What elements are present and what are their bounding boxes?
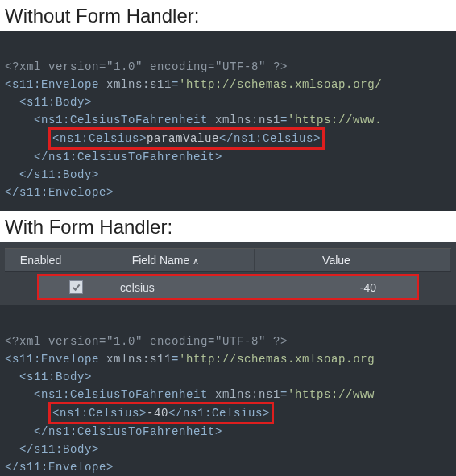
envelope-attr-val: 'http://schemas.xmlsoap.org	[179, 353, 375, 366]
operation-attr-name: xmlns:ns1	[215, 114, 280, 126]
param-value-text: -40	[147, 407, 168, 420]
sort-ascending-icon: ∧	[193, 256, 199, 267]
xml-with-block: <?xml version="1.0" encoding="UTF-8" ?> …	[0, 305, 456, 476]
body-close: </s11:Body>	[19, 443, 99, 456]
body-open: <s11:Body>	[19, 96, 92, 109]
xml-without-block: <?xml version="1.0" encoding="UTF-8" ?> …	[0, 31, 456, 211]
highlight-box-param: <ns1:Celsius>-40</ns1:Celsius>	[48, 402, 274, 424]
xml-prolog: <?xml version="1.0" encoding="UTF-8" ?>	[5, 335, 288, 348]
cell-value[interactable]: -40	[289, 277, 417, 298]
envelope-open: <s11:Envelope	[5, 353, 106, 366]
operation-open: <ns1:CelsiusToFahrenheit	[34, 388, 215, 401]
envelope-attr-val: 'http://schemas.xmlsoap.org/	[179, 78, 382, 91]
heading-with: With Form Handler:	[0, 211, 456, 242]
table-row[interactable]: celsius -40	[37, 274, 419, 300]
param-value-text: paramValue	[147, 132, 219, 145]
operation-attr-val: 'https://www	[288, 388, 375, 401]
envelope-close: </s11:Envelope>	[5, 461, 114, 474]
highlight-box-param: <ns1:Celsius>paramValue</ns1:Celsius>	[48, 127, 325, 150]
heading-without: Without Form Handler:	[0, 0, 456, 31]
check-icon	[72, 283, 81, 292]
header-enabled[interactable]: Enabled	[5, 249, 77, 271]
xml-prolog: <?xml version="1.0" encoding="UTF-8" ?>	[5, 60, 288, 73]
operation-close: </ns1:CelsiusToFahrenheit>	[34, 151, 222, 163]
envelope-close: </s11:Envelope>	[5, 186, 114, 199]
highlight-box-row: celsius -40	[5, 274, 451, 300]
body-close: </s11:Body>	[19, 168, 99, 181]
header-value[interactable]: Value	[255, 249, 451, 271]
envelope-open: <s11:Envelope	[5, 78, 106, 91]
body-open: <s11:Body>	[19, 370, 92, 383]
table-header-row: Enabled Field Name∧ Value	[5, 248, 451, 272]
operation-attr-val: 'https://www.	[288, 114, 382, 126]
operation-attr-name: xmlns:ns1	[215, 388, 280, 401]
cell-field-name[interactable]: celsius	[112, 277, 289, 298]
enabled-checkbox[interactable]	[69, 280, 83, 294]
operation-open: <ns1:CelsiusToFahrenheit	[34, 114, 215, 126]
operation-close: </ns1:CelsiusToFahrenheit>	[34, 425, 222, 438]
form-handler-table: Enabled Field Name∧ Value celsius -40	[0, 242, 456, 305]
envelope-attr-name: xmlns:s11	[106, 353, 172, 366]
envelope-attr-name: xmlns:s11	[106, 78, 172, 91]
header-field-name[interactable]: Field Name∧	[77, 249, 255, 271]
